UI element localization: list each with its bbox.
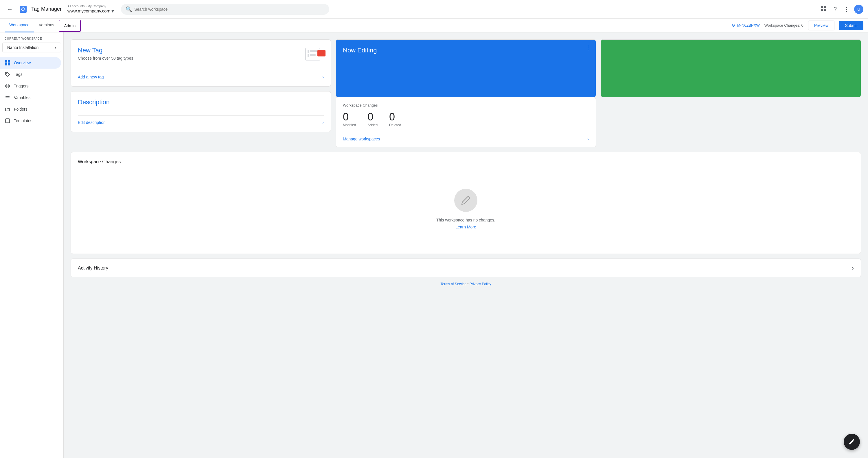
account-breadcrumb: All accounts › My Company [67,4,114,8]
svg-rect-6 [824,9,826,11]
activity-history-card[interactable]: Activity History › [71,259,861,277]
main-layout: CURRENT WORKSPACE Nantu Installation › O… [0,32,868,458]
privacy-link[interactable]: Privacy Policy [470,282,491,286]
workspace-changes-label: Workspace Changes: 0 [765,23,804,28]
add-new-tag-link[interactable]: Add a new tag › [78,70,324,79]
sidebar-item-triggers[interactable]: Triggers [0,80,61,92]
workspace-changes-card: Workspace Changes 0 Modified 0 Added [336,97,596,147]
top-bar-left: ← Tag Manager All accounts › My Company … [5,3,114,15]
svg-rect-16 [5,99,8,99]
footer-separator: • [467,282,470,286]
account-name[interactable]: www.mycompany.com ▾ [67,8,114,14]
manage-workspaces-chevron: › [587,137,589,141]
workspace-selector[interactable]: Nantu Installation › [2,42,61,52]
svg-point-13 [7,85,8,87]
manage-workspaces-link[interactable]: Manage workspaces › [343,132,589,141]
edit-description-link[interactable]: Edit description › [78,115,324,125]
cards-row: New Tag Choose from over 50 tag types [71,39,861,147]
deleted-stat: 0 Deleted [389,111,401,127]
description-title: Description [78,98,324,106]
tab-versions[interactable]: Versions [34,19,59,32]
deleted-label: Deleted [389,123,401,127]
avatar[interactable]: U [854,5,863,14]
new-tag-title: New Tag [78,47,133,54]
svg-rect-17 [5,119,9,123]
new-tag-subtitle: Choose from over 50 tag types [78,56,133,60]
svg-rect-15 [5,97,9,98]
now-editing-title: Now Editing [343,47,589,54]
fab-icon [848,438,855,445]
sidebar: CURRENT WORKSPACE Nantu Installation › O… [0,32,64,458]
nav-tabs: Workspace Versions Admin GTM-N6ZBPXW Wor… [0,19,868,32]
learn-more-link[interactable]: Learn More [456,225,476,229]
account-chevron: ▾ [112,8,114,14]
now-editing-menu[interactable]: ⋮ [585,44,591,51]
modified-label: Modified [343,123,356,127]
now-editing-section: Now Editing ⋮ Workspace Changes 0 Modifi… [336,39,596,147]
search-bar: 🔍 [121,4,329,15]
search-input-wrap: 🔍 [121,4,329,15]
sidebar-item-label-variables: Variables [14,95,30,100]
tab-workspace[interactable]: Workspace [5,19,34,32]
edit-icon [460,195,472,206]
new-tag-card-text: New Tag Choose from over 50 tag types [78,47,133,60]
grid-icon-button[interactable] [818,3,829,15]
sidebar-item-templates[interactable]: Templates [0,115,61,126]
tag-icon [305,48,324,63]
sidebar-item-folders[interactable]: Folders [0,103,61,115]
account-selector[interactable]: All accounts › My Company www.mycompany.… [67,4,114,14]
fab-button[interactable] [844,434,860,450]
tab-admin[interactable]: Admin [59,20,81,32]
help-icon-button[interactable]: ? [831,3,839,15]
back-button[interactable]: ← [5,3,15,15]
top-bar-right: ? ⋮ U [818,3,863,15]
sidebar-item-label-overview: Overview [14,60,31,65]
sidebar-item-variables[interactable]: Variables [0,92,61,103]
col1: New Tag Choose from over 50 tag types [71,39,331,132]
triggers-icon [5,83,10,89]
overview-icon [5,60,10,66]
sidebar-item-tags[interactable]: Tags [0,68,61,80]
content: New Tag Choose from over 50 tag types [64,32,868,458]
gtm-id: GTM-N6ZBPXW [732,23,760,28]
svg-rect-14 [5,96,9,97]
workspace-changes-section-title: Workspace Changes [78,159,854,165]
activity-history-title: Activity History [78,265,108,271]
sidebar-item-overview[interactable]: Overview [0,57,61,68]
svg-rect-5 [821,9,823,11]
preview-button[interactable]: Preview [808,21,835,30]
now-editing-card: Now Editing ⋮ [336,39,596,97]
footer: Terms of Service • Privacy Policy [71,277,861,291]
svg-rect-4 [824,6,826,8]
folders-icon [5,106,10,112]
submit-button[interactable]: Submit [839,21,863,30]
added-stat: 0 Added [368,111,378,127]
added-label: Added [368,123,378,127]
sidebar-item-label-tags: Tags [14,72,23,77]
modified-count: 0 [343,111,356,123]
terms-link[interactable]: Terms of Service [441,282,466,286]
deleted-count: 0 [389,111,401,123]
workspace-selector-name: Nantu Installation [7,45,38,50]
search-input[interactable] [134,7,324,11]
empty-text: This workspace has no changes. [436,218,495,222]
added-count: 0 [368,111,378,123]
templates-icon [5,118,10,124]
sidebar-item-label-triggers: Triggers [14,84,29,88]
variables-icon [5,95,10,101]
empty-state: This workspace has no changes. Learn Mor… [78,171,854,247]
workspace-changes-card-title: Workspace Changes [343,103,589,107]
svg-point-11 [6,73,7,74]
empty-state-icon [454,189,477,212]
svg-rect-9 [5,63,7,65]
modified-stat: 0 Modified [343,111,356,127]
changes-stats: 0 Modified 0 Added 0 Deleted [343,111,589,127]
workspace-selector-chevron: › [55,45,56,50]
new-tag-link-chevron: › [322,75,324,79]
svg-rect-10 [8,63,10,65]
workspace-changes-card-content: Workspace Changes 0 Modified 0 Added [336,97,596,147]
app-title: Tag Manager [31,6,62,12]
search-icon: 🔍 [126,6,132,12]
svg-rect-3 [821,6,823,8]
more-options-button[interactable]: ⋮ [841,3,852,15]
